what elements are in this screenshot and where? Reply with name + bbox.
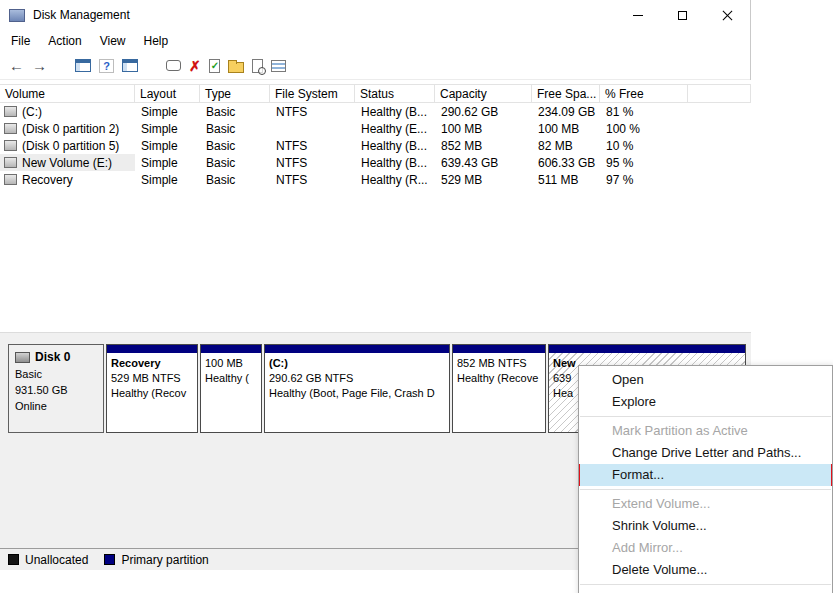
table-row[interactable]: (C:) Simple Basic NTFS Healthy (B... 290… (0, 103, 751, 120)
column-header-type[interactable]: Type (200, 85, 270, 102)
menu-item-properties[interactable]: Properties (579, 588, 832, 593)
view-document-icon[interactable] (252, 59, 263, 73)
comment-icon[interactable] (166, 60, 181, 71)
column-header-free-space[interactable]: Free Spa... (532, 85, 600, 102)
partition-size: 852 MB NTFS (457, 356, 541, 371)
close-button[interactable] (705, 0, 750, 30)
console-tree-icon[interactable] (75, 59, 91, 72)
column-header-layout[interactable]: Layout (135, 85, 200, 102)
status-cell: Healthy (R... (355, 173, 435, 187)
column-header-volume[interactable]: Volume (0, 85, 135, 102)
volume-name: (Disk 0 partition 5) (22, 139, 119, 153)
primary-partition-swatch-icon (104, 554, 115, 565)
disk0-info-box[interactable]: Disk 0 Basic 931.50 GB Online (8, 344, 104, 433)
primary-partition-bar (549, 345, 745, 353)
partition-852mb[interactable]: 852 MB NTFS Healthy (Recove (452, 344, 546, 433)
forward-icon[interactable]: → (32, 58, 47, 73)
volume-name: New Volume (E:) (22, 156, 112, 170)
menu-item-mark-partition-active: Mark Partition as Active (579, 420, 832, 442)
maximize-button[interactable] (660, 0, 705, 30)
pct-free-cell: 95 % (600, 156, 688, 170)
menu-item-delete-volume[interactable]: Delete Volume... (579, 559, 832, 581)
table-row[interactable]: (Disk 0 partition 5) Simple Basic NTFS H… (0, 137, 751, 154)
check-icon: ✓ (211, 61, 219, 71)
menu-view[interactable]: View (91, 30, 135, 52)
table-header-row: Volume Layout Type File System Status Ca… (0, 84, 751, 103)
volume-name-cell: New Volume (E:) (0, 154, 135, 171)
window-title: Disk Management (33, 8, 130, 22)
menu-item-explore[interactable]: Explore (579, 391, 832, 413)
unallocated-swatch-icon (8, 554, 19, 565)
back-icon[interactable]: ← (9, 58, 24, 73)
volume-icon (4, 140, 17, 151)
menu-action[interactable]: Action (39, 30, 90, 52)
column-header-capacity[interactable]: Capacity (435, 85, 532, 102)
close-icon (722, 10, 733, 21)
menu-item-shrink-volume[interactable]: Shrink Volume... (579, 515, 832, 537)
primary-partition-bar (201, 345, 261, 353)
help-icon[interactable]: ? (99, 59, 114, 73)
primary-partition-bar (453, 345, 545, 353)
column-header-file-system[interactable]: File System (270, 85, 355, 102)
volume-name-cell: (C:) (0, 103, 135, 120)
menu-help[interactable]: Help (135, 30, 178, 52)
partition-status: Healthy (Boot, Page File, Crash D (269, 386, 445, 401)
table-row[interactable]: Recovery Simple Basic NTFS Healthy (R...… (0, 171, 751, 188)
menu-file[interactable]: File (2, 30, 39, 52)
check-document-icon[interactable]: ✓ (209, 59, 220, 73)
column-header-pct-free[interactable]: % Free (600, 85, 688, 102)
table-row-selected[interactable]: New Volume (E:) Simple Basic NTFS Health… (0, 154, 751, 171)
volume-name-cell: (Disk 0 partition 5) (0, 137, 135, 154)
menu-item-format[interactable]: Format... (579, 464, 832, 486)
partition-status: Healthy ( (205, 371, 257, 386)
minimize-icon (633, 15, 643, 16)
partition-status: Healthy (Recov (111, 386, 193, 401)
status-cell: Healthy (E... (355, 122, 435, 136)
free-space-cell: 82 MB (532, 139, 600, 153)
table-row[interactable]: (Disk 0 partition 2) Simple Basic Health… (0, 120, 751, 137)
delete-icon[interactable]: ✗ (189, 59, 201, 73)
detail-pane-icon[interactable] (122, 59, 138, 72)
type-cell: Basic (200, 105, 270, 119)
layout-cell: Simple (135, 173, 200, 187)
primary-partition-bar (107, 345, 197, 353)
menu-item-change-drive-letter[interactable]: Change Drive Letter and Paths... (579, 442, 832, 464)
volume-icon (4, 157, 17, 168)
menu-item-extend-volume: Extend Volume... (579, 493, 832, 515)
disk-name: Disk 0 (35, 350, 70, 364)
free-space-cell: 234.09 GB (532, 105, 600, 119)
volume-name-cell: Recovery (0, 171, 135, 188)
status-cell: Healthy (B... (355, 156, 435, 170)
list-view-icon[interactable] (271, 60, 286, 72)
open-folder-icon[interactable] (228, 62, 244, 73)
partition-efi[interactable]: 100 MB Healthy ( (200, 344, 262, 433)
partition-name: (C:) (269, 356, 445, 371)
status-cell: Healthy (B... (355, 105, 435, 119)
pct-free-cell: 81 % (600, 105, 688, 119)
window-controls (615, 0, 750, 30)
file-system-cell: NTFS (270, 139, 355, 153)
capacity-cell: 639.43 GB (435, 156, 532, 170)
legend-unallocated-label: Unallocated (25, 553, 88, 567)
type-cell: Basic (200, 156, 270, 170)
disk-type: Basic (15, 368, 97, 380)
free-space-cell: 100 MB (532, 122, 600, 136)
screen: Disk Management File Action View Help ← … (0, 0, 833, 593)
partition-c[interactable]: (C:) 290.62 GB NTFS Healthy (Boot, Page … (264, 344, 450, 433)
type-cell: Basic (200, 122, 270, 136)
partition-size: 290.62 GB NTFS (269, 371, 445, 386)
layout-cell: Simple (135, 105, 200, 119)
partition-recovery[interactable]: Recovery 529 MB NTFS Healthy (Recov (106, 344, 198, 433)
file-system-cell: NTFS (270, 173, 355, 187)
layout-cell: Simple (135, 122, 200, 136)
partition-size: 100 MB (205, 356, 257, 371)
column-header-status[interactable]: Status (355, 85, 435, 102)
disk-management-icon (9, 9, 25, 22)
menubar: File Action View Help (0, 30, 750, 52)
menu-item-open[interactable]: Open (579, 369, 832, 391)
volume-name-cell: (Disk 0 partition 2) (0, 120, 135, 137)
capacity-cell: 852 MB (435, 139, 532, 153)
maximize-icon (678, 11, 687, 20)
file-system-cell: NTFS (270, 105, 355, 119)
minimize-button[interactable] (615, 0, 660, 30)
